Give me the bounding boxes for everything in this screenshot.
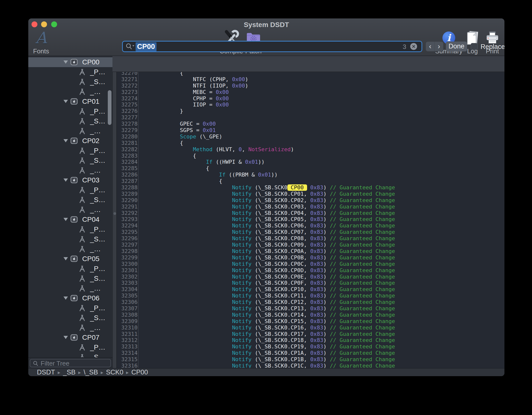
filter-tree-field[interactable] xyxy=(30,359,111,367)
print-button[interactable]: Print xyxy=(475,28,504,55)
sidebar-item-_s[interactable]: _S… xyxy=(28,313,112,323)
sidebar-item-_s[interactable]: _S… xyxy=(28,156,112,165)
sidebar-item-cp01[interactable]: CP01 xyxy=(28,97,112,106)
tree-node-label: _P… xyxy=(90,68,105,76)
minimize-button[interactable] xyxy=(41,21,47,27)
filter-tree-input[interactable] xyxy=(40,359,110,367)
disclosure-triangle-icon[interactable] xyxy=(63,178,68,182)
sidebar-item-_[interactable]: _… xyxy=(28,165,112,175)
sidebar-item-_s[interactable]: _S… xyxy=(28,352,112,357)
breadcrumb-item[interactable]: \_SB xyxy=(84,369,98,376)
tree-node-label: _P… xyxy=(90,265,105,273)
sidebar-item-_s[interactable]: _S… xyxy=(28,234,112,244)
code-line: 32285 { xyxy=(117,165,395,172)
disclosure-triangle-icon[interactable] xyxy=(63,60,68,64)
sidebar-item-_s[interactable]: _S… xyxy=(28,116,112,126)
sidebar-item-cp05[interactable]: CP05 xyxy=(28,254,112,264)
tree-node-label: _P… xyxy=(90,343,105,351)
sidebar-item-cp04[interactable]: CP04 xyxy=(28,215,112,224)
sidebar-item-_s[interactable]: _S… xyxy=(28,195,112,205)
sidebar-item-cp02[interactable]: CP02 xyxy=(28,136,112,146)
line-number: 32295 xyxy=(117,229,139,235)
zoom-button[interactable] xyxy=(51,21,57,27)
code-line: 32315 Notify (\_SB.SCK0.CP1B, 0x83) // G… xyxy=(117,356,395,363)
line-number: 32299 xyxy=(117,254,139,261)
sidebar-item-_[interactable]: _… xyxy=(28,126,112,136)
code-line: 32270 { xyxy=(117,72,395,76)
breadcrumb-item[interactable]: DSDT xyxy=(37,369,55,376)
line-number: 32283 xyxy=(117,153,139,159)
sidebar-item-_s[interactable]: _S… xyxy=(28,77,112,87)
line-number: 32304 xyxy=(117,286,139,293)
tree-node-label: _… xyxy=(90,166,101,174)
search-icon[interactable] xyxy=(125,43,136,50)
line-number: 32273 xyxy=(117,89,139,95)
sidebar-item-cp00[interactable]: CP00 xyxy=(28,57,112,67)
code-editor[interactable]: 32270 {32271 NTFC (CPHP, 0x00)32272 NTFI… xyxy=(117,72,504,368)
sidebar-item-_[interactable]: _… xyxy=(28,87,112,97)
scope-icon xyxy=(70,216,78,223)
splitter-handle-icon[interactable] xyxy=(113,212,116,215)
replace-checkbox[interactable] xyxy=(471,43,478,50)
line-number: 32276 xyxy=(117,108,139,114)
clear-search-icon[interactable]: × xyxy=(410,43,417,50)
line-number: 32282 xyxy=(117,146,139,153)
sidebar-item-cp06[interactable]: CP06 xyxy=(28,293,112,303)
sidebar-item-_[interactable]: _… xyxy=(28,244,112,254)
sidebar-item-cp07[interactable]: CP07 xyxy=(28,333,112,342)
disclosure-triangle-icon[interactable] xyxy=(63,336,68,339)
previous-match-button[interactable]: ‹ xyxy=(426,42,435,51)
line-number: 32312 xyxy=(117,337,139,343)
disclosure-triangle-icon[interactable] xyxy=(63,257,68,260)
disclosure-triangle-icon[interactable] xyxy=(63,296,68,300)
scope-icon xyxy=(70,295,78,301)
line-number: 32300 xyxy=(117,261,139,267)
method-icon xyxy=(79,108,86,115)
search-input[interactable]: CP00 3 × xyxy=(122,41,422,52)
code-line: 32289 Notify (\_SB.SCK0.CP01, 0x83) // G… xyxy=(117,191,395,197)
breadcrumb-item[interactable]: CP00 xyxy=(131,369,148,376)
code-line: 32290 Notify (\_SB.SCK0.CP02, 0x83) // G… xyxy=(117,197,395,204)
method-icon xyxy=(79,88,86,95)
breadcrumb-item[interactable]: _SB xyxy=(63,369,76,376)
sidebar-item-cp03[interactable]: CP03 xyxy=(28,175,112,185)
sidebar-scrollbar[interactable] xyxy=(108,90,111,125)
sidebar-item-_p[interactable]: _P… xyxy=(28,67,112,77)
line-number: 32302 xyxy=(117,274,139,280)
tree-node-label: CP01 xyxy=(82,98,99,105)
sidebar-item-_p[interactable]: _P… xyxy=(28,264,112,274)
sidebar-item-_[interactable]: _… xyxy=(28,323,112,333)
sidebar-item-_[interactable]: _… xyxy=(28,283,112,293)
pane-splitter[interactable] xyxy=(112,72,117,368)
sidebar-item-_[interactable]: _… xyxy=(28,205,112,215)
line-number: 32287 xyxy=(117,178,139,184)
disclosure-triangle-icon[interactable] xyxy=(63,218,68,221)
fonts-icon: A xyxy=(35,30,47,46)
method-icon xyxy=(79,265,86,272)
line-number: 32284 xyxy=(117,159,139,165)
tree-node-label: CP07 xyxy=(82,334,99,341)
breadcrumb-item[interactable]: SCK0 xyxy=(106,369,124,376)
fonts-button[interactable]: A Fonts xyxy=(28,28,58,55)
disclosure-triangle-icon[interactable] xyxy=(63,139,68,142)
sidebar-item-_p[interactable]: _P… xyxy=(28,185,112,195)
code-line: 32297 Notify (\_SB.SCK0.CP09, 0x83) // G… xyxy=(117,242,395,248)
sidebar-item-_p[interactable]: _P… xyxy=(28,303,112,313)
disclosure-triangle-icon[interactable] xyxy=(63,100,68,103)
sidebar-item-_p[interactable]: _P… xyxy=(28,342,112,352)
code-line: 32316 Notify (\_SB.SCK0.CP1C, 0x83) // G… xyxy=(117,363,395,368)
close-button[interactable] xyxy=(31,21,37,27)
tree-node-label: _S… xyxy=(90,117,105,125)
done-button[interactable]: Done xyxy=(446,42,467,51)
sidebar-item-_p[interactable]: _P… xyxy=(28,224,112,234)
line-number: 32296 xyxy=(117,235,139,242)
next-match-button[interactable]: › xyxy=(435,42,443,51)
code-line: 32294 Notify (\_SB.SCK0.CP06, 0x83) // G… xyxy=(117,222,395,229)
code-line: 32286 If ((PRBM & 0x01)) xyxy=(117,172,395,178)
line-number: 32297 xyxy=(117,242,139,248)
sidebar-item-_p[interactable]: _P… xyxy=(28,146,112,156)
sidebar-item-_s[interactable]: _S… xyxy=(28,274,112,283)
scope-icon xyxy=(70,98,78,105)
sidebar-tree: CP00 _P… _S… _… CP01 _P… _S… _… CP02 _P…… xyxy=(28,57,112,357)
sidebar-item-_p[interactable]: _P… xyxy=(28,106,112,116)
